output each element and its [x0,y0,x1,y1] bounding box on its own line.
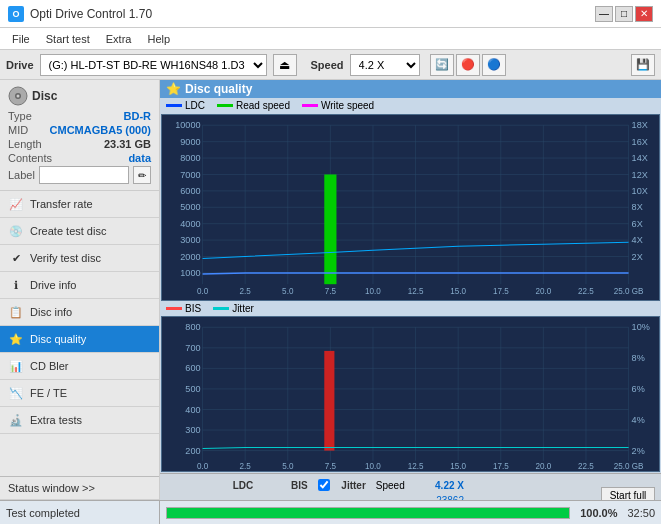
avg-bis: 31.95 [259,495,312,500]
avg-ldc: 407.22 [199,495,257,500]
menu-extra[interactable]: Extra [98,31,140,47]
svg-text:5.0: 5.0 [282,287,294,296]
write-legend-color [302,104,318,107]
sidebar-item-disc-info[interactable]: 📋 Disc info [0,299,159,326]
disc-label-edit-button[interactable]: ✏ [133,166,151,184]
svg-text:14X: 14X [632,153,648,163]
svg-text:7000: 7000 [180,170,200,180]
disc-header: Disc [8,86,151,106]
drive-label: Drive [6,59,34,71]
disc-quality-icon: ⭐ [8,331,24,347]
menu-start-test[interactable]: Start test [38,31,98,47]
write-legend-item: Write speed [302,100,374,111]
svg-text:12.5: 12.5 [408,287,424,296]
sidebar-item-fe-te[interactable]: 📉 FE / TE [0,380,159,407]
chart-title: Disc quality [185,82,252,96]
disc-length-value: 23.31 GB [104,138,151,150]
svg-text:25.0 GB: 25.0 GB [614,287,644,296]
chart-header: ⭐ Disc quality [160,80,661,98]
sidebar-item-label-disc-info: Disc info [30,306,72,318]
svg-text:5.0: 5.0 [282,462,294,471]
stats-table: LDC BIS Jitter Speed 4.22 X Avg 407.22 3… [166,477,470,500]
start-buttons: Start full Start part [601,487,655,500]
extra-tests-icon: 🔬 [8,412,24,428]
disc-icon [8,86,28,106]
read-legend-item: Read speed [217,100,290,111]
speed-icon-3[interactable]: 🔵 [482,54,506,76]
disc-contents-value: data [128,152,151,164]
disc-type-label: Type [8,110,32,122]
svg-text:2000: 2000 [180,252,200,262]
save-button[interactable]: 💾 [631,54,655,76]
svg-text:10.0: 10.0 [365,287,381,296]
svg-text:10000: 10000 [175,120,200,130]
status-window-button[interactable]: Status window >> [0,476,159,500]
svg-text:15.0: 15.0 [450,287,466,296]
position-value: 23862 MB [421,495,468,500]
sidebar-item-label-fe-te: FE / TE [30,387,67,399]
menu-bar: File Start test Extra Help [0,28,661,50]
top-chart-svg: 10000 9000 8000 7000 6000 5000 4000 3000… [162,115,659,300]
sidebar-item-label-transfer-rate: Transfer rate [30,198,93,210]
disc-contents-label: Contents [8,152,52,164]
create-test-disc-icon: 💿 [8,223,24,239]
position-label: Position [372,495,419,500]
ldc-legend-label: LDC [185,100,205,111]
svg-text:25.0 GB: 25.0 GB [614,462,644,471]
svg-text:22.5: 22.5 [578,287,594,296]
jitter-checkbox[interactable] [318,479,330,491]
disc-length-label: Length [8,138,42,150]
svg-text:20.0: 20.0 [535,287,551,296]
bottom-chart-legend: BIS Jitter [160,302,661,315]
avg-label: Avg [168,495,197,500]
disc-length-row: Length 23.31 GB [8,138,151,150]
sidebar-item-drive-info[interactable]: ℹ Drive info [0,272,159,299]
svg-text:10%: 10% [632,322,650,332]
disc-label-input[interactable] [39,166,129,184]
svg-text:12.5: 12.5 [408,462,424,471]
close-button[interactable]: ✕ [635,6,653,22]
sidebar-item-extra-tests[interactable]: 🔬 Extra tests [0,407,159,434]
cd-bler-icon: 📊 [8,358,24,374]
stats-speed-label: Speed [372,479,419,493]
menu-file[interactable]: File [4,31,38,47]
sidebar: Disc Type BD-R MID CMCMAGBA5 (000) Lengt… [0,80,160,500]
disc-contents-row: Contents data [8,152,151,164]
menu-help[interactable]: Help [139,31,178,47]
write-legend-label: Write speed [321,100,374,111]
sidebar-item-verify-test-disc[interactable]: ✔ Verify test disc [0,245,159,272]
ldc-legend-item: LDC [166,100,205,111]
eject-button[interactable]: ⏏ [273,54,297,76]
main-area: Disc Type BD-R MID CMCMAGBA5 (000) Lengt… [0,80,661,500]
svg-text:300: 300 [185,425,200,435]
speed-icon-1[interactable]: 🔄 [430,54,454,76]
sidebar-item-disc-quality[interactable]: ⭐ Disc quality [0,326,159,353]
sidebar-item-cd-bler[interactable]: 📊 CD Bler [0,353,159,380]
bis-legend-item: BIS [166,303,201,314]
speed-select[interactable]: 4.2 X [350,54,420,76]
svg-text:9000: 9000 [180,137,200,147]
sidebar-item-create-test-disc[interactable]: 💿 Create test disc [0,218,159,245]
fe-te-icon: 📉 [8,385,24,401]
start-full-button[interactable]: Start full [601,487,655,500]
maximize-button[interactable]: □ [615,6,633,22]
svg-text:17.5: 17.5 [493,462,509,471]
drive-select[interactable]: (G:) HL-DT-ST BD-RE WH16NS48 1.D3 [40,54,267,76]
disc-mid-row: MID CMCMAGBA5 (000) [8,124,151,136]
svg-text:15.0: 15.0 [450,462,466,471]
status-bar: Test completed 100.0% 32:50 [0,500,661,524]
svg-text:500: 500 [185,384,200,394]
content-area: ⭐ Disc quality LDC Read speed Write spee… [160,80,661,500]
sidebar-item-transfer-rate[interactable]: 📈 Transfer rate [0,191,159,218]
minimize-button[interactable]: — [595,6,613,22]
svg-text:6%: 6% [632,384,645,394]
read-legend-color [217,104,233,107]
disc-panel-title: Disc [32,89,57,103]
status-window-label: Status window >> [8,482,95,494]
speed-icon-2[interactable]: 🔴 [456,54,480,76]
ldc-legend-color [166,104,182,107]
stats-col-jitter: Jitter [336,479,370,493]
sidebar-item-label-extra-tests: Extra tests [30,414,82,426]
svg-text:16X: 16X [632,137,648,147]
svg-point-2 [17,95,20,98]
